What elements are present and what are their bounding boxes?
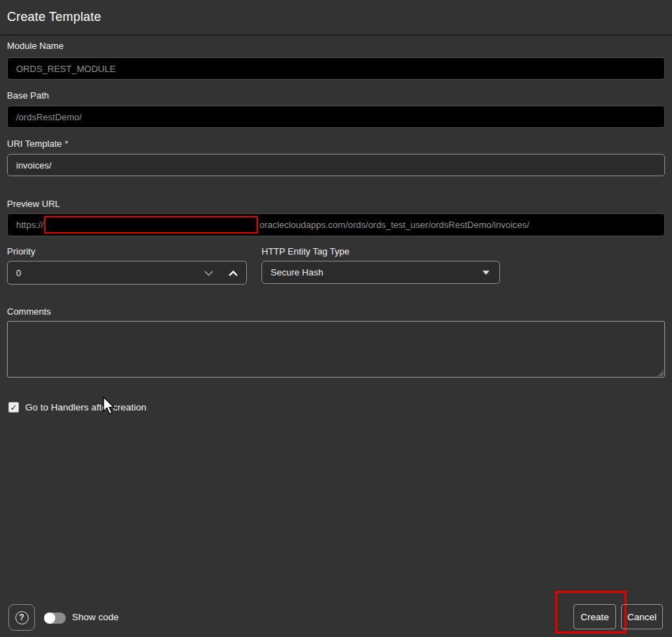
show-code-toggle[interactable] — [44, 613, 66, 624]
etag-type-select[interactable]: Secure Hash — [262, 261, 500, 284]
module-name-value: ORDS_REST_MODULE — [16, 64, 115, 74]
create-template-dialog: Create Template Module Name ORDS_REST_MO… — [0, 0, 672, 637]
comments-textarea[interactable] — [7, 321, 665, 378]
etag-type-label: HTTP Entity Tag Type — [262, 246, 350, 257]
help-icon: ? — [15, 611, 29, 624]
base-path-input[interactable]: /ordsRestDemo/ — [7, 106, 665, 128]
go-to-handlers-label[interactable]: Go to Handlers after creation — [25, 402, 146, 413]
preview-url-input[interactable]: https:// oraclecloudapps.com/ords/ords_t… — [7, 213, 665, 236]
required-marker: * — [65, 138, 69, 149]
uri-template-label: URI Template* — [7, 138, 69, 149]
redaction-box — [44, 216, 258, 234]
module-name-input[interactable]: ORDS_REST_MODULE — [7, 57, 665, 80]
dropdown-arrow-icon — [482, 271, 489, 275]
etag-type-value: Secure Hash — [271, 267, 323, 278]
priority-value: 0 — [16, 268, 21, 278]
preview-url-prefix: https:// — [16, 220, 43, 230]
priority-spinner[interactable]: 0 — [7, 261, 247, 285]
uri-template-value: invoices/ — [16, 160, 52, 171]
preview-url-suffix: oraclecloudapps.com/ords/ords_test_user/… — [259, 220, 529, 230]
priority-label: Priority — [7, 246, 35, 257]
base-path-value: /ordsRestDemo/ — [16, 112, 82, 122]
uri-template-input[interactable]: invoices/ — [7, 154, 665, 176]
create-button[interactable]: Create — [573, 604, 616, 629]
chevron-down-icon[interactable] — [204, 268, 213, 278]
help-button[interactable]: ? — [8, 604, 35, 631]
module-name-label: Module Name — [7, 41, 64, 51]
show-code-label: Show code — [72, 612, 119, 622]
dialog-title: Create Template — [7, 10, 101, 24]
base-path-label: Base Path — [7, 90, 49, 101]
checkmark-icon: ✓ — [10, 403, 17, 412]
preview-url-label: Preview URL — [7, 199, 60, 209]
resize-grip-icon[interactable] — [657, 370, 664, 376]
comments-label: Comments — [7, 306, 51, 317]
cancel-button[interactable]: Cancel — [621, 604, 663, 629]
chevron-up-icon[interactable] — [229, 268, 238, 278]
go-to-handlers-row: ✓ Go to Handlers after creation — [8, 402, 146, 413]
go-to-handlers-checkbox[interactable]: ✓ — [8, 402, 19, 413]
dialog-header: Create Template — [0, 0, 672, 36]
toggle-knob — [44, 613, 55, 624]
